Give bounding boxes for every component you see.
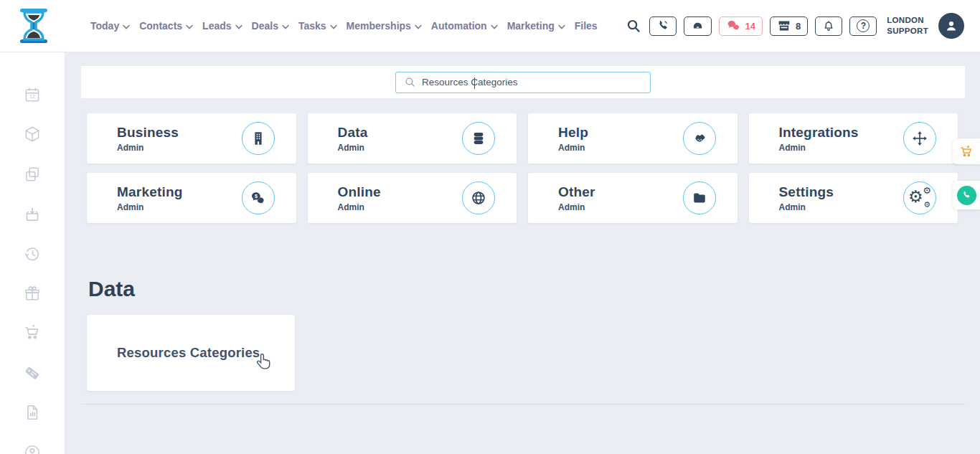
import-box-icon [23,205,42,224]
help-icon: ? [857,19,870,32]
account-line2: SUPPORT [887,26,928,37]
main-content: Business Admin Data Admin Help Admin Int… [65,52,980,454]
database-icon [462,122,495,155]
main-nav: Today Contacts Leads Deals Tasks Members… [90,20,598,32]
gift-icon [23,284,42,303]
nav-memberships[interactable]: Memberships [347,20,422,32]
nav-leads[interactable]: Leads [202,20,242,32]
category-search[interactable] [395,72,651,93]
nav-deals[interactable]: Deals [252,20,289,32]
nav-label: Contacts [139,20,182,32]
chevron-down-icon [415,24,422,29]
text-caret [474,77,475,89]
move-icon [903,122,936,155]
account-line1: LONDON [887,15,928,26]
chevron-down-icon [491,24,498,29]
category-card-online[interactable]: Online Admin [308,173,517,223]
chevron-down-icon [330,24,337,29]
nav-label: Files [575,20,598,32]
user-avatar[interactable] [938,13,964,39]
hourglass-logo[interactable] [17,8,50,44]
sidebar-item-members[interactable] [23,443,42,454]
dollar-glyph: $ [255,194,258,199]
report-icon [23,403,42,422]
section-title: Data [88,277,135,301]
nav-files[interactable]: Files [575,20,598,32]
storefront-icon [777,19,791,32]
chevron-down-icon [235,24,242,29]
sidebar-item-history[interactable] [23,245,42,263]
category-grid: Business Admin Data Admin Help Admin Int… [87,113,958,223]
chevron-down-icon [186,24,193,29]
cart-widget-icon [958,144,974,159]
copy-icon [23,165,42,184]
search-toolbar [81,66,965,98]
notifications-button[interactable] [815,16,842,36]
resources-categories-label: Resources Categories [117,345,260,361]
chat-dollar-icon: $ [242,181,275,214]
header-actions: 14 8 ? LONDON SUPPORT [626,0,964,52]
gear-glyph: ⚙ [923,186,931,195]
sidebar-item-import[interactable] [23,205,42,224]
nav-label: Memberships [347,20,411,32]
nav-contacts[interactable]: Contacts [139,20,193,32]
category-card-settings[interactable]: Settings Admin ⚙ ⚙ ⚙ [749,173,958,223]
gear-glyph: ⚙ [923,201,930,209]
nav-marketing[interactable]: Marketing [507,20,565,32]
chevron-down-icon [123,24,130,29]
sidebar-item-products[interactable] [23,125,42,143]
category-card-help[interactable]: Help Admin [528,113,738,164]
sidebar-item-calendar[interactable]: 12 [23,85,42,104]
category-card-other[interactable]: Other Admin [528,173,738,223]
inbox-icon [691,19,705,32]
tag-icon [23,364,42,382]
chevron-down-icon [282,24,289,29]
nav-label: Deals [252,20,278,32]
search-icon [405,77,415,88]
nav-label: Leads [202,20,231,32]
nav-automation[interactable]: Automation [431,20,498,32]
nav-today[interactable]: Today [90,20,130,32]
folder-icon [683,181,716,214]
handshake-icon [683,122,716,155]
package-icon [23,125,42,143]
inbox-button[interactable] [684,16,712,36]
cart-icon [23,323,42,342]
phone-widget-icon [957,186,976,205]
person-icon [943,18,959,34]
sidebar-item-duplicates[interactable] [23,165,42,184]
question-glyph: ? [861,21,866,31]
search-input[interactable] [422,77,641,88]
category-card-business[interactable]: Business Admin [87,113,296,164]
chevron-down-icon [558,24,565,29]
section-divider [81,404,965,405]
help-button[interactable]: ? [849,16,877,36]
account-name: LONDON SUPPORT [887,15,928,37]
search-icon[interactable] [626,19,641,33]
phone-button[interactable] [649,16,677,36]
category-card-data[interactable]: Data Admin [308,113,517,164]
resources-categories-card[interactable]: Resources Categories [87,315,295,391]
call-widget[interactable] [953,181,980,209]
store-button[interactable]: 8 [770,16,808,36]
sidebar-item-coupons[interactable] [23,364,42,382]
top-header: Today Contacts Leads Deals Tasks Members… [0,0,980,52]
chat-count-badge: 14 [745,21,755,32]
gears-icon: ⚙ ⚙ ⚙ [903,181,936,214]
nav-label: Marketing [507,20,555,32]
category-card-marketing[interactable]: Marketing Admin $ [87,173,296,223]
left-sidebar: 12 [0,52,65,454]
nav-label: Automation [431,20,487,32]
sidebar-item-shop[interactable] [23,323,42,342]
history-icon [23,245,42,263]
nav-label: Tasks [298,20,326,32]
chat-button[interactable]: 14 [719,16,763,36]
building-icon [242,122,275,155]
sidebar-item-gifts[interactable] [23,284,42,303]
calendar-icon: 12 [23,85,42,104]
nav-tasks[interactable]: Tasks [298,20,337,32]
category-card-integrations[interactable]: Integrations Admin [749,113,958,164]
sidebar-item-reports[interactable] [23,403,42,422]
store-count-badge: 8 [796,21,801,32]
cart-widget[interactable] [953,138,980,164]
